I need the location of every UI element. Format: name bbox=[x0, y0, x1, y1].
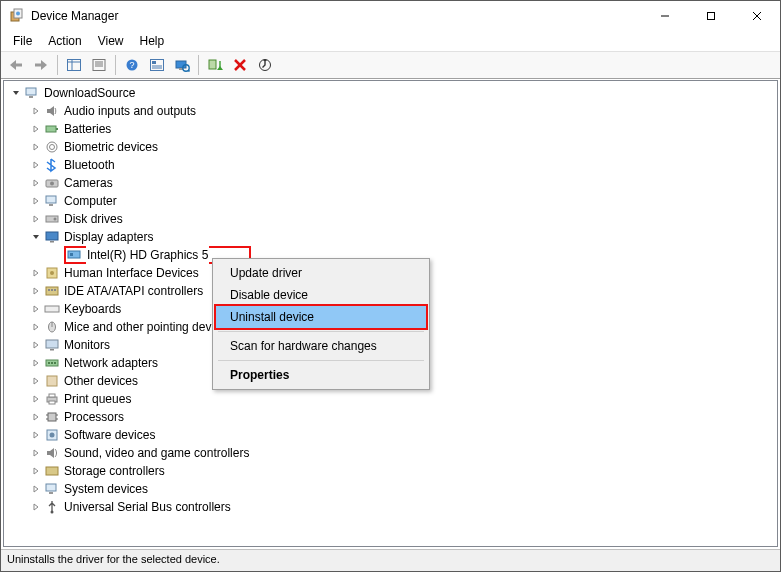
chevron-right-icon[interactable] bbox=[28, 373, 44, 389]
svg-rect-19 bbox=[152, 61, 156, 64]
svg-rect-46 bbox=[70, 253, 73, 256]
svg-rect-67 bbox=[49, 401, 55, 404]
chevron-right-icon[interactable] bbox=[28, 409, 44, 425]
tree-node-label: Monitors bbox=[64, 336, 110, 354]
svg-point-74 bbox=[50, 433, 55, 438]
svg-point-63 bbox=[54, 362, 56, 364]
svg-point-38 bbox=[50, 182, 54, 186]
toolbar: ? bbox=[1, 51, 780, 79]
device-category-icon bbox=[44, 121, 60, 137]
chevron-down-icon[interactable] bbox=[28, 229, 44, 245]
tree-node[interactable]: Display adapters bbox=[8, 228, 777, 246]
chevron-right-icon[interactable] bbox=[28, 337, 44, 353]
tree-node-label: Keyboards bbox=[64, 300, 121, 318]
chevron-right-icon[interactable] bbox=[28, 193, 44, 209]
device-category-icon bbox=[44, 229, 60, 245]
toolbar-separator bbox=[57, 55, 58, 75]
device-category-icon bbox=[44, 157, 60, 173]
menu-file[interactable]: File bbox=[5, 32, 40, 50]
chevron-right-icon[interactable] bbox=[28, 481, 44, 497]
ctx-disable-device[interactable]: Disable device bbox=[216, 284, 426, 306]
menu-help[interactable]: Help bbox=[132, 32, 173, 50]
chevron-right-icon[interactable] bbox=[28, 427, 44, 443]
context-menu: Update driver Disable device Uninstall d… bbox=[212, 258, 430, 390]
device-category-icon bbox=[44, 373, 60, 389]
tree-node[interactable]: Biometric devices bbox=[8, 138, 777, 156]
chevron-right-icon[interactable] bbox=[28, 499, 44, 515]
svg-rect-66 bbox=[49, 394, 55, 397]
close-button[interactable] bbox=[734, 1, 780, 31]
chevron-right-icon[interactable] bbox=[28, 175, 44, 191]
tree-node[interactable]: Cameras bbox=[8, 174, 777, 192]
chevron-right-icon[interactable] bbox=[28, 319, 44, 335]
help-button[interactable]: ? bbox=[121, 54, 143, 76]
svg-rect-4 bbox=[708, 13, 715, 20]
titlebar: Device Manager bbox=[1, 1, 780, 31]
forward-button[interactable] bbox=[30, 54, 52, 76]
ctx-update-driver[interactable]: Update driver bbox=[216, 262, 426, 284]
svg-point-61 bbox=[48, 362, 50, 364]
tree-node-label: System devices bbox=[64, 480, 148, 498]
tree-node-label: Network adapters bbox=[64, 354, 158, 372]
toolbar-separator bbox=[115, 55, 116, 75]
properties-button[interactable] bbox=[88, 54, 110, 76]
tree-node[interactable]: Print queues bbox=[8, 390, 777, 408]
svg-rect-12 bbox=[93, 60, 105, 71]
app-icon bbox=[9, 8, 25, 24]
status-text: Uninstalls the driver for the selected d… bbox=[7, 553, 220, 565]
tree-node[interactable]: Storage controllers bbox=[8, 462, 777, 480]
menu-action[interactable]: Action bbox=[40, 32, 89, 50]
enable-device-button[interactable] bbox=[204, 54, 226, 76]
chevron-right-icon[interactable] bbox=[28, 157, 44, 173]
chevron-right-icon[interactable] bbox=[28, 139, 44, 155]
update-driver-button[interactable] bbox=[254, 54, 276, 76]
svg-rect-64 bbox=[47, 376, 57, 386]
uninstall-device-button[interactable] bbox=[229, 54, 251, 76]
tree-node[interactable]: Computer bbox=[8, 192, 777, 210]
tree-node[interactable]: Universal Serial Bus controllers bbox=[8, 498, 777, 516]
chevron-right-icon[interactable] bbox=[28, 391, 44, 407]
ctx-item-label: Uninstall device bbox=[230, 310, 314, 324]
ctx-scan-hardware[interactable]: Scan for hardware changes bbox=[216, 335, 426, 357]
svg-point-2 bbox=[16, 12, 20, 16]
tree-node[interactable]: System devices bbox=[8, 480, 777, 498]
chevron-down-icon[interactable] bbox=[8, 85, 24, 101]
chevron-right-icon[interactable] bbox=[28, 445, 44, 461]
chevron-right-icon[interactable] bbox=[28, 211, 44, 227]
minimize-button[interactable] bbox=[642, 1, 688, 31]
ctx-uninstall-device[interactable]: Uninstall device bbox=[216, 306, 426, 328]
tree-root[interactable]: DownloadSource bbox=[8, 84, 777, 102]
device-category-icon bbox=[44, 139, 60, 155]
chevron-right-icon[interactable] bbox=[28, 463, 44, 479]
tree-node-label: DownloadSource bbox=[44, 84, 135, 102]
tree-node-label: Universal Serial Bus controllers bbox=[64, 498, 231, 516]
tree-node[interactable]: Software devices bbox=[8, 426, 777, 444]
svg-rect-50 bbox=[48, 289, 50, 291]
tree-node[interactable]: Disk drives bbox=[8, 210, 777, 228]
tree-node[interactable]: Sound, video and game controllers bbox=[8, 444, 777, 462]
svg-point-42 bbox=[54, 218, 57, 221]
computer-icon bbox=[24, 85, 40, 101]
svg-rect-7 bbox=[15, 64, 22, 67]
chevron-right-icon[interactable] bbox=[28, 121, 44, 137]
maximize-button[interactable] bbox=[688, 1, 734, 31]
svg-rect-52 bbox=[54, 289, 56, 291]
ctx-item-label: Update driver bbox=[230, 266, 302, 280]
scan-hardware-button[interactable] bbox=[171, 54, 193, 76]
chevron-right-icon[interactable] bbox=[28, 301, 44, 317]
back-button[interactable] bbox=[5, 54, 27, 76]
tree-node-label: Other devices bbox=[64, 372, 138, 390]
chevron-right-icon[interactable] bbox=[28, 103, 44, 119]
chevron-right-icon[interactable] bbox=[28, 355, 44, 371]
chevron-right-icon[interactable] bbox=[28, 265, 44, 281]
tree-node[interactable]: Audio inputs and outputs bbox=[8, 102, 777, 120]
tree-node[interactable]: Bluetooth bbox=[8, 156, 777, 174]
tree-node[interactable]: Processors bbox=[8, 408, 777, 426]
device-category-icon bbox=[44, 337, 60, 353]
menu-view[interactable]: View bbox=[90, 32, 132, 50]
chevron-right-icon[interactable] bbox=[28, 283, 44, 299]
tree-node[interactable]: Batteries bbox=[8, 120, 777, 138]
ctx-properties[interactable]: Properties bbox=[216, 364, 426, 386]
show-hide-tree-button[interactable] bbox=[63, 54, 85, 76]
toolbar-icon[interactable] bbox=[146, 54, 168, 76]
